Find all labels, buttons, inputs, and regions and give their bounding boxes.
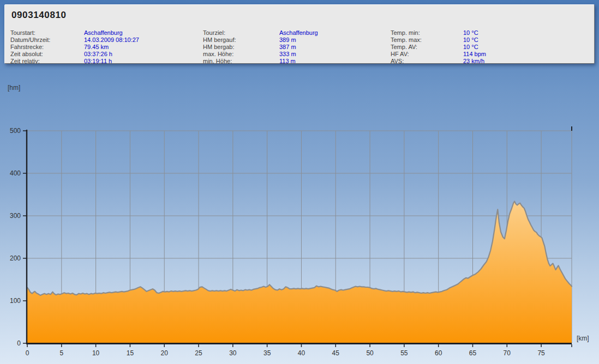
info-row: max. Höhe: 333 m — [203, 50, 318, 57]
info-label: Tourstart: — [10, 29, 84, 36]
info-label: Zeit absolut: — [10, 51, 84, 57]
info-label: Temp. AV: — [391, 44, 463, 50]
info-row: HF AV: 114 bpm — [391, 50, 486, 57]
info-row: HM bergauf: 389 m — [203, 36, 318, 43]
elevation-area — [27, 202, 572, 344]
x-tick-labels: 051015202530354045505560657075 — [26, 349, 545, 357]
svg-text:300: 300 — [10, 212, 21, 220]
info-value: Aschaffenburg — [279, 29, 318, 36]
svg-text:55: 55 — [400, 349, 408, 357]
info-row: Temp. min: 10 °C — [391, 29, 486, 36]
info-value: 10 °C — [463, 37, 478, 43]
info-value: 113 m — [279, 58, 296, 64]
svg-text:75: 75 — [537, 349, 545, 357]
tour-title: 0903140810 — [11, 10, 67, 21]
info-value: Aschaffenburg — [84, 29, 123, 36]
info-label: min. Höhe: — [203, 58, 279, 64]
svg-text:15: 15 — [127, 349, 134, 357]
info-value: 114 bpm — [463, 51, 486, 57]
svg-text:200: 200 — [10, 254, 21, 262]
svg-text:60: 60 — [435, 349, 442, 357]
y-tick-labels: 0100200300400500 — [10, 127, 21, 347]
info-value: 03:19:11 h — [84, 58, 112, 64]
svg-text:45: 45 — [332, 349, 340, 357]
info-row: Datum/Uhrzeit: 14.03.2009 08:10:27 — [10, 36, 139, 43]
info-label: Zeit relativ: — [10, 58, 84, 64]
svg-text:0: 0 — [26, 349, 29, 357]
info-value: 333 m — [279, 51, 296, 57]
info-row: AVS: 23 km/h — [391, 57, 486, 64]
info-row: HM bergab: 387 m — [203, 43, 318, 50]
info-row: Temp. max: 10 °C — [391, 36, 486, 43]
info-value: 79.45 km — [84, 44, 109, 50]
tour-info-column-2: Tourziel: Aschaffenburg HM bergauf: 389 … — [203, 29, 318, 64]
tour-info-column-3: Temp. min: 10 °C Temp. max: 10 °C Temp. … — [391, 29, 486, 64]
svg-text:5: 5 — [59, 349, 63, 357]
svg-text:20: 20 — [161, 349, 169, 357]
svg-text:50: 50 — [366, 349, 374, 357]
svg-text:35: 35 — [263, 349, 271, 357]
info-row: Tourstart: Aschaffenburg — [10, 29, 139, 36]
info-row: Zeit relativ: 03:19:11 h — [10, 57, 139, 64]
svg-text:65: 65 — [469, 349, 477, 357]
info-label: Tourziel: — [203, 29, 279, 36]
info-label: HM bergab: — [203, 44, 279, 50]
svg-text:40: 40 — [298, 349, 306, 357]
info-row: Tourziel: Aschaffenburg — [203, 29, 318, 36]
info-value: 10 °C — [463, 44, 478, 50]
info-label: AVS: — [391, 58, 463, 64]
svg-text:100: 100 — [10, 297, 21, 305]
info-value: 23 km/h — [463, 58, 484, 64]
info-value: 14.03.2009 08:10:27 — [84, 37, 139, 43]
info-row: Fahrstrecke: 79.45 km — [10, 43, 139, 50]
tour-info-column-1: Tourstart: Aschaffenburg Datum/Uhrzeit: … — [10, 29, 139, 64]
svg-text:10: 10 — [92, 349, 100, 357]
svg-text:0: 0 — [17, 339, 21, 347]
info-value: 387 m — [279, 44, 296, 50]
info-label: max. Höhe: — [203, 51, 279, 57]
info-label: HM bergauf: — [203, 37, 279, 43]
app-window: 0100200300400500051015202530354045505560… — [0, 0, 599, 364]
info-value: 10 °C — [463, 29, 478, 36]
info-label: HF AV: — [391, 51, 463, 57]
svg-text:30: 30 — [229, 349, 237, 357]
svg-text:500: 500 — [10, 127, 21, 135]
info-label: Datum/Uhrzeit: — [10, 37, 84, 43]
info-row: Temp. AV: 10 °C — [391, 43, 486, 50]
svg-text:70: 70 — [504, 349, 511, 357]
svg-text:25: 25 — [195, 349, 202, 357]
tour-summary-panel: 0903140810 Tourstart: Aschaffenburg Datu… — [4, 4, 595, 64]
y-axis-unit-label: [hm] — [8, 84, 20, 92]
info-row: min. Höhe: 113 m — [203, 57, 318, 64]
info-label: Temp. min: — [391, 29, 463, 36]
info-value: 03:37:26 h — [84, 51, 112, 57]
info-label: Temp. max: — [391, 37, 463, 43]
info-label: Fahrstrecke: — [10, 44, 84, 50]
info-row: Zeit absolut: 03:37:26 h — [10, 50, 139, 57]
svg-text:400: 400 — [10, 169, 21, 177]
x-axis-unit-label: [km] — [577, 335, 589, 342]
info-value: 389 m — [279, 37, 296, 43]
